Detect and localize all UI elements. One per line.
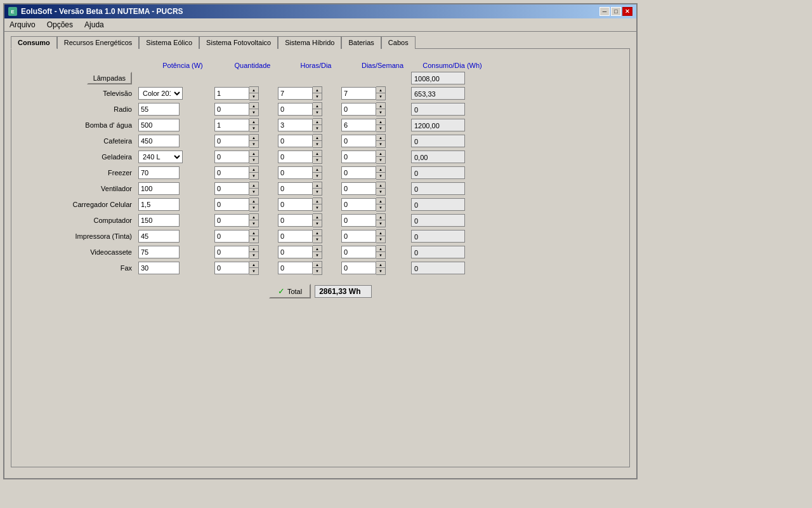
computador-dias-input[interactable]: [341, 214, 376, 227]
freezer-dias-input[interactable]: [341, 166, 376, 179]
videocassete-dias-input[interactable]: [341, 246, 376, 258]
carregador-dias-input[interactable]: [341, 198, 376, 211]
geladeira-quantidade-input[interactable]: [214, 150, 249, 163]
impressora-horas-down[interactable]: ▼: [313, 236, 322, 243]
freezer-dias-down[interactable]: ▼: [376, 173, 385, 179]
freezer-horas-down[interactable]: ▼: [313, 173, 322, 179]
computador-horas-up[interactable]: ▲: [313, 214, 322, 220]
freezer-potencia-input[interactable]: 70: [138, 166, 180, 179]
tab-consumo[interactable]: Consumo: [11, 36, 57, 49]
bomba-quantidade-down[interactable]: ▼: [249, 125, 258, 131]
tab-hibrido[interactable]: Sistema Híbrido: [278, 36, 341, 49]
bomba-quantidade-input[interactable]: [214, 119, 249, 131]
radio-quantidade-up[interactable]: ▲: [249, 103, 258, 109]
ventilador-quantidade-input[interactable]: [214, 182, 249, 195]
impressora-horas-up[interactable]: ▲: [313, 230, 322, 236]
geladeira-quantidade-down[interactable]: ▼: [249, 157, 258, 163]
televisao-horas-up[interactable]: ▲: [313, 87, 322, 93]
cafeteira-quantidade-input[interactable]: [214, 135, 249, 147]
cafeteira-dias-down[interactable]: ▼: [376, 141, 385, 147]
fax-horas-down[interactable]: ▼: [313, 268, 322, 274]
videocassete-dias-up[interactable]: ▲: [376, 246, 385, 252]
televisao-dias-down[interactable]: ▼: [376, 93, 385, 100]
computador-horas-input[interactable]: [278, 214, 313, 227]
close-button[interactable]: ✕: [622, 7, 632, 16]
fax-horas-input[interactable]: [278, 262, 313, 274]
radio-horas-down[interactable]: ▼: [313, 109, 322, 116]
videocassete-quantidade-input[interactable]: [214, 246, 249, 258]
geladeira-horas-input[interactable]: [278, 150, 313, 163]
bomba-dias-down[interactable]: ▼: [376, 125, 385, 131]
radio-horas-input[interactable]: [278, 103, 313, 116]
bomba-dias-up[interactable]: ▲: [376, 119, 385, 125]
menu-ajuda[interactable]: Ajuda: [82, 20, 107, 30]
bomba-dias-input[interactable]: [341, 119, 376, 131]
videocassete-horas-up[interactable]: ▲: [313, 246, 322, 252]
maximize-button[interactable]: □: [611, 7, 621, 16]
freezer-quantidade-up[interactable]: ▲: [249, 166, 258, 173]
radio-dias-up[interactable]: ▲: [376, 103, 385, 109]
freezer-dias-up[interactable]: ▲: [376, 166, 385, 173]
computador-horas-down[interactable]: ▼: [313, 220, 322, 227]
bomba-horas-down[interactable]: ▼: [313, 125, 322, 131]
impressora-potencia-input[interactable]: 45: [138, 230, 180, 243]
cafeteira-horas-up[interactable]: ▲: [313, 135, 322, 141]
lampadas-button[interactable]: Lâmpadas: [87, 72, 132, 84]
fax-quantidade-up[interactable]: ▲: [249, 262, 258, 268]
ventilador-potencia-input[interactable]: 100: [138, 182, 180, 195]
computador-dias-up[interactable]: ▲: [376, 214, 385, 220]
fax-quantidade-input[interactable]: [214, 262, 249, 274]
bomba-horas-input[interactable]: [278, 119, 313, 131]
computador-quantidade-down[interactable]: ▼: [249, 220, 258, 227]
cafeteira-potencia-input[interactable]: 450: [138, 135, 180, 147]
fax-horas-up[interactable]: ▲: [313, 262, 322, 268]
menu-arquivo[interactable]: Arquivo: [7, 20, 38, 30]
radio-quantidade-input[interactable]: [214, 103, 249, 116]
radio-horas-up[interactable]: ▲: [313, 103, 322, 109]
impressora-dias-up[interactable]: ▲: [376, 230, 385, 236]
fax-dias-down[interactable]: ▼: [376, 268, 385, 274]
computador-dias-down[interactable]: ▼: [376, 220, 385, 227]
ventilador-horas-input[interactable]: [278, 182, 313, 195]
bomba-potencia-input[interactable]: 500: [138, 119, 180, 131]
tab-eolico[interactable]: Sistema Eólico: [139, 36, 199, 49]
impressora-horas-input[interactable]: [278, 230, 313, 243]
carregador-quantidade-down[interactable]: ▼: [249, 204, 258, 211]
cafeteira-horas-input[interactable]: [278, 135, 313, 147]
cafeteira-dias-up[interactable]: ▲: [376, 135, 385, 141]
freezer-quantidade-down[interactable]: ▼: [249, 173, 258, 179]
fax-potencia-input[interactable]: 30: [138, 262, 180, 274]
geladeira-potencia-select[interactable]: 240 L 180 L 300 L: [138, 150, 183, 163]
carregador-horas-down[interactable]: ▼: [313, 204, 322, 211]
fax-quantidade-down[interactable]: ▼: [249, 268, 258, 274]
videocassete-horas-input[interactable]: [278, 246, 313, 258]
impressora-dias-down[interactable]: ▼: [376, 236, 385, 243]
ventilador-dias-up[interactable]: ▲: [376, 182, 385, 189]
menu-opcoes[interactable]: Opções: [44, 20, 75, 30]
computador-potencia-input[interactable]: 150: [138, 214, 180, 227]
videocassete-dias-down[interactable]: ▼: [376, 252, 385, 258]
freezer-quantidade-input[interactable]: [214, 166, 249, 179]
televisao-dias-up[interactable]: ▲: [376, 87, 385, 93]
videocassete-quantidade-down[interactable]: ▼: [249, 252, 258, 258]
freezer-horas-input[interactable]: [278, 166, 313, 179]
impressora-quantidade-down[interactable]: ▼: [249, 236, 258, 243]
cafeteira-dias-input[interactable]: [341, 135, 376, 147]
carregador-potencia-input[interactable]: 1,5: [138, 198, 180, 211]
televisao-dias-input[interactable]: [341, 87, 376, 100]
computador-quantidade-up[interactable]: ▲: [249, 214, 258, 220]
computador-quantidade-input[interactable]: [214, 214, 249, 227]
carregador-dias-down[interactable]: ▼: [376, 204, 385, 211]
televisao-horas-input[interactable]: [278, 87, 313, 100]
geladeira-dias-down[interactable]: ▼: [376, 157, 385, 163]
cafeteira-horas-down[interactable]: ▼: [313, 141, 322, 147]
geladeira-horas-up[interactable]: ▲: [313, 150, 322, 157]
carregador-dias-up[interactable]: ▲: [376, 198, 385, 204]
total-button[interactable]: ✓ Total: [269, 284, 311, 298]
ventilador-dias-down[interactable]: ▼: [376, 189, 385, 195]
radio-potencia-input[interactable]: 55: [138, 103, 180, 116]
impressora-quantidade-up[interactable]: ▲: [249, 230, 258, 236]
ventilador-quantidade-down[interactable]: ▼: [249, 189, 258, 195]
cafeteira-quantidade-up[interactable]: ▲: [249, 135, 258, 141]
tab-recursos[interactable]: Recursos Energéticos: [57, 36, 140, 49]
